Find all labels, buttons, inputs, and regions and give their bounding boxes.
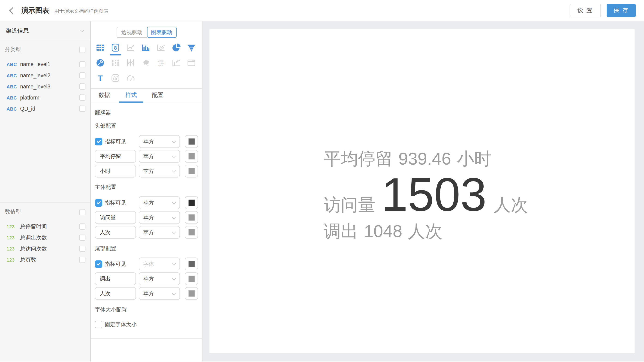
- fixed-font-checkbox[interactable]: [95, 321, 102, 328]
- china-map-icon[interactable]: [141, 58, 151, 68]
- string-type-icon: ABC: [6, 95, 18, 100]
- body-unit-input[interactable]: [95, 226, 136, 239]
- header-unit-input[interactable]: [95, 164, 136, 177]
- label-row: 苹方: [95, 272, 198, 285]
- dataset-selector[interactable]: 渠道信息: [0, 22, 90, 40]
- pie-chart-icon[interactable]: [171, 43, 181, 53]
- font-select[interactable]: 苹方: [139, 135, 180, 148]
- word-cloud-text-3: agile Bi: [158, 65, 163, 66]
- field-checkbox[interactable]: [79, 83, 86, 90]
- color-swatch: [188, 168, 194, 174]
- categorical-section-header: 分类型: [0, 40, 90, 53]
- font-select[interactable]: 字体: [139, 258, 180, 270]
- field-checkbox[interactable]: [79, 106, 86, 112]
- header-actions: 设 置 保 存: [570, 4, 636, 17]
- font-select[interactable]: 苹方: [139, 150, 180, 162]
- funnel-icon[interactable]: [186, 43, 196, 53]
- settings-button[interactable]: 设 置: [570, 4, 601, 17]
- field-row-total-visits[interactable]: 123 总访问次数: [0, 243, 90, 254]
- combo-chart-icon[interactable]: [171, 58, 181, 68]
- color-swatch-button[interactable]: [185, 287, 198, 300]
- table-icon[interactable]: [95, 43, 105, 53]
- text-icon[interactable]: T: [95, 73, 105, 83]
- parallel-icon[interactable]: [126, 58, 136, 68]
- color-swatch-button[interactable]: [185, 272, 198, 285]
- save-button[interactable]: 保 存: [606, 4, 636, 17]
- back-button[interactable]: [6, 5, 17, 16]
- chevron-down-icon: [172, 139, 176, 143]
- footer-label-input[interactable]: [95, 272, 136, 285]
- mode-tab-chart[interactable]: 图表驱动: [147, 27, 176, 38]
- field-name: QD_id: [20, 106, 35, 112]
- chevron-down-icon: [80, 28, 84, 32]
- color-swatch-button[interactable]: [185, 211, 198, 224]
- kpi-body-unit: 人次: [494, 194, 528, 216]
- field-row-name-level2[interactable]: ABC name_level2: [0, 70, 90, 81]
- badge-card-icon[interactable]: [110, 73, 120, 83]
- tab-style[interactable]: 样式: [125, 88, 137, 102]
- scatter-plot-icon[interactable]: [156, 43, 166, 53]
- color-swatch-button[interactable]: [185, 164, 198, 177]
- widget-title: 翻牌器: [95, 109, 198, 116]
- field-checkbox[interactable]: [79, 234, 86, 241]
- field-checkbox[interactable]: [79, 72, 86, 78]
- gauge-icon[interactable]: [126, 73, 136, 83]
- font-select-value: 苹方: [143, 168, 154, 175]
- field-checkbox[interactable]: [79, 61, 86, 68]
- kpi-header-value: 939.46: [398, 149, 451, 169]
- tab-data[interactable]: 数据: [98, 88, 110, 102]
- color-swatch-button[interactable]: [185, 135, 198, 148]
- indicator-visible-checkbox[interactable]: [95, 260, 102, 268]
- color-swatch-button[interactable]: [185, 226, 198, 239]
- color-swatch: [188, 229, 194, 236]
- color-swatch-button[interactable]: [185, 196, 198, 209]
- radar-icon[interactable]: [95, 58, 105, 68]
- color-swatch-button[interactable]: [185, 258, 198, 270]
- field-row-total-pages[interactable]: 123 总页数: [0, 254, 90, 265]
- font-select[interactable]: 苹方: [139, 196, 180, 209]
- iframe-icon[interactable]: [186, 58, 196, 68]
- tab-config[interactable]: 配置: [152, 88, 164, 102]
- font-select[interactable]: 苹方: [139, 226, 180, 239]
- field-row-qd-id[interactable]: ABC QD_id: [0, 103, 90, 114]
- field-row-platform[interactable]: ABC platform: [0, 92, 90, 103]
- top-header: 演示图表 用于演示文档的样例图表 设 置 保 存: [0, 0, 644, 22]
- field-checkbox[interactable]: [79, 94, 86, 101]
- chevron-down-icon: [172, 154, 176, 158]
- word-cloud-icon[interactable]: wordcloudagile Bi: [156, 58, 166, 68]
- numeric-select-all-checkbox[interactable]: [79, 209, 86, 215]
- font-select[interactable]: 苹方: [139, 211, 180, 224]
- field-checkbox[interactable]: [79, 257, 86, 263]
- indicator-visible-checkbox[interactable]: [95, 199, 102, 206]
- flip-card-icon[interactable]: 8: [110, 43, 120, 53]
- field-row-name-level1[interactable]: ABC name_level1: [0, 59, 90, 70]
- style-form: 翻牌器 头部配置 指标可见 苹方 苹方: [91, 109, 202, 339]
- mode-tab-pivot[interactable]: 透视驱动: [116, 27, 147, 38]
- field-checkbox[interactable]: [79, 224, 86, 230]
- indicator-visible-checkbox[interactable]: [95, 138, 102, 145]
- number-type-icon: 123: [6, 235, 18, 240]
- header-label-input[interactable]: [95, 150, 136, 162]
- chart-canvas[interactable]: 平均停留 939.46 小时 访问量 1503 人次 调出 1048 人次: [209, 29, 634, 354]
- footer-unit-input[interactable]: [95, 287, 136, 300]
- field-name: 总调出次数: [20, 234, 47, 241]
- numeric-section: 数值型 123 总停留时间 123 总调出次数 123: [0, 202, 90, 265]
- sankey-icon[interactable]: [110, 58, 120, 68]
- field-checkbox[interactable]: [79, 246, 86, 252]
- kpi-footer-line: 调出 1048 人次: [324, 220, 442, 243]
- field-row-name-level3[interactable]: ABC name_level3: [0, 81, 90, 92]
- color-swatch-button[interactable]: [185, 150, 198, 162]
- kpi-body-line: 访问量 1503 人次: [324, 171, 528, 218]
- font-select-value: 苹方: [143, 275, 154, 282]
- categorical-select-all-checkbox[interactable]: [79, 47, 86, 53]
- font-select[interactable]: 苹方: [139, 164, 180, 177]
- categorical-section: 分类型 ABC name_level1 ABC name_level2: [0, 40, 90, 114]
- line-chart-icon[interactable]: [126, 43, 136, 53]
- field-row-total-stay-time[interactable]: 123 总停留时间: [0, 221, 90, 232]
- bar-chart-icon[interactable]: [141, 43, 151, 53]
- font-select[interactable]: 苹方: [139, 272, 180, 285]
- chart-type-row: wordcloudagile Bi: [95, 58, 202, 68]
- field-row-total-callout[interactable]: 123 总调出次数: [0, 232, 90, 243]
- font-select[interactable]: 苹方: [139, 287, 180, 300]
- body-label-input[interactable]: [95, 211, 136, 224]
